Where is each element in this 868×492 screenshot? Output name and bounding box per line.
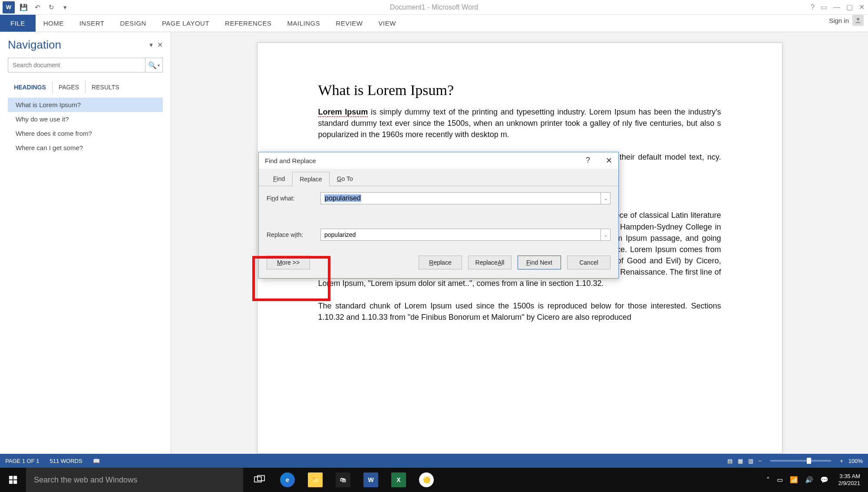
dialog-close-icon[interactable]: ✕ <box>606 156 612 165</box>
ribbon-tab-references[interactable]: REFERENCES <box>217 15 280 32</box>
replace-all-button[interactable]: Replace All <box>468 256 512 269</box>
status-proofing-icon[interactable]: 📖 <box>93 458 100 464</box>
search-icon: 🔍 <box>148 61 157 69</box>
ribbon-tab-insert[interactable]: INSERT <box>72 15 112 32</box>
view-readmode-icon[interactable]: ▤ <box>727 458 733 464</box>
status-words[interactable]: 511 WORDS <box>50 458 83 464</box>
help-icon[interactable]: ? <box>811 3 815 11</box>
ribbon-tab-design[interactable]: DESIGN <box>112 15 154 32</box>
dialog-tab-find[interactable]: Find <box>266 171 292 186</box>
tray-volume-icon[interactable]: 🔊 <box>805 476 813 484</box>
dialog-help-icon[interactable]: ? <box>586 156 590 165</box>
svg-rect-2 <box>13 476 17 479</box>
taskbar-search[interactable]: Search the web and Windows <box>26 468 243 492</box>
zoom-in-button[interactable]: + <box>840 458 843 464</box>
navpane-dropdown-icon[interactable]: ▾ <box>149 41 153 49</box>
replace-with-label: Replace with: <box>267 231 320 238</box>
ribbon-tab-view[interactable]: VIEW <box>370 15 403 32</box>
task-view-icon[interactable] <box>248 468 272 492</box>
view-printlayout-icon[interactable]: ▦ <box>738 458 743 464</box>
ribbon-tab-review[interactable]: REVIEW <box>328 15 370 32</box>
svg-rect-6 <box>257 476 264 481</box>
taskbar-explorer-icon[interactable]: 📁 <box>303 468 327 492</box>
start-button[interactable] <box>0 468 26 492</box>
heading-item[interactable]: Where does it come from? <box>8 126 163 141</box>
ribbon-tab-mailings[interactable]: MAILINGS <box>280 15 328 32</box>
ribbon-tab-page-layout[interactable]: PAGE LAYOUT <box>154 15 217 32</box>
tray-battery-icon[interactable]: ▭ <box>777 476 783 484</box>
tray-expand-icon[interactable]: ˄ <box>766 476 770 484</box>
close-icon[interactable]: ✕ <box>859 3 865 11</box>
svg-rect-4 <box>13 480 17 484</box>
heading-item[interactable]: Where can I get some? <box>8 141 163 155</box>
doc-paragraph: The standard chunk of Lorem Ipsum used s… <box>318 300 721 323</box>
find-what-dropdown-icon[interactable]: ⌄ <box>601 193 610 204</box>
taskbar-chrome-icon[interactable]: 🟡 <box>414 468 439 492</box>
status-page[interactable]: PAGE 1 OF 1 <box>5 458 40 464</box>
svg-rect-5 <box>254 477 261 482</box>
taskbar-excel-icon[interactable]: X <box>386 468 411 492</box>
dialog-tab-replace[interactable]: Replace <box>292 172 329 187</box>
replace-button[interactable]: Replace <box>419 256 462 269</box>
nav-search-input[interactable] <box>8 58 145 72</box>
ribbon-tab-file[interactable]: FILE <box>0 15 36 32</box>
nav-search-box[interactable]: 🔍▾ <box>8 58 163 72</box>
ribbon-tab-home[interactable]: HOME <box>36 15 72 32</box>
view-weblayout-icon[interactable]: ▥ <box>748 458 753 464</box>
doc-paragraph: Lorem Ipsum is simply dummy text of the … <box>318 106 721 140</box>
zoom-thumb[interactable] <box>807 458 811 464</box>
more-button[interactable]: More >> <box>267 256 310 269</box>
svg-rect-1 <box>9 476 13 479</box>
tray-clock[interactable]: 3:35 AM 2/9/2021 <box>835 473 863 487</box>
qat-customize-icon[interactable]: ▾ <box>60 2 70 13</box>
tray-time: 3:35 AM <box>838 473 860 480</box>
signin-area[interactable]: Sign in <box>829 15 864 26</box>
qat-undo-icon[interactable]: ↶ <box>32 2 43 13</box>
taskbar-store-icon[interactable]: 🛍 <box>331 468 355 492</box>
tray-wifi-icon[interactable]: 📶 <box>790 476 798 484</box>
find-what-combo[interactable]: popularised ⌄ <box>320 192 611 204</box>
find-what-input[interactable] <box>321 193 601 204</box>
heading-item[interactable]: Why do we use it? <box>8 112 163 126</box>
tray-notifications-icon[interactable]: 💬 <box>820 476 828 484</box>
status-bar: PAGE 1 OF 1 511 WORDS 📖 ▤ ▦ ▥ − + 100% <box>0 454 868 468</box>
navigation-pane: Navigation ▾ ✕ 🔍▾ HEADINGS PAGES RESULTS… <box>0 32 171 454</box>
svg-rect-3 <box>9 480 13 484</box>
nav-tab-headings[interactable]: HEADINGS <box>8 81 53 93</box>
navpane-close-icon[interactable]: ✕ <box>157 41 163 49</box>
zoom-level[interactable]: 100% <box>848 458 863 464</box>
find-what-label: Find what: <box>267 195 320 202</box>
taskbar-search-placeholder: Search the web and Windows <box>34 476 137 485</box>
heading-item[interactable]: What is Lorem Ipsum? <box>8 98 163 112</box>
titlebar: W 💾 ↶ ↻ ▾ Document1 - Microsoft Word ? ▭… <box>0 0 868 15</box>
replace-with-dropdown-icon[interactable]: ⌄ <box>601 229 610 240</box>
taskbar-edge-icon[interactable]: e <box>275 468 300 492</box>
zoom-slider[interactable] <box>770 460 831 462</box>
word-app-icon: W <box>3 1 15 13</box>
nav-tab-results[interactable]: RESULTS <box>86 81 125 93</box>
zoom-out-button[interactable]: − <box>759 458 762 464</box>
replace-with-input[interactable] <box>321 229 601 240</box>
cancel-button[interactable]: Cancel <box>567 256 611 269</box>
headings-list: What is Lorem Ipsum? Why do we use it? W… <box>8 98 163 155</box>
taskbar-word-icon[interactable]: W <box>359 468 383 492</box>
windows-taskbar: Search the web and Windows e 📁 🛍 W X 🟡 ˄… <box>0 468 868 492</box>
minimize-icon[interactable]: — <box>833 3 840 11</box>
qat-save-icon[interactable]: 💾 <box>18 2 29 13</box>
dialog-tabs: Find Replace Go To <box>259 171 618 186</box>
svg-point-0 <box>857 18 859 20</box>
dialog-titlebar[interactable]: Find and Replace ? ✕ <box>259 152 618 169</box>
ribbon-display-icon[interactable]: ▭ <box>821 3 827 11</box>
system-tray: ˄ ▭ 📶 🔊 💬 3:35 AM 2/9/2021 <box>766 473 868 487</box>
maximize-icon[interactable]: ▢ <box>846 3 853 11</box>
qat-redo-icon[interactable]: ↻ <box>46 2 56 13</box>
find-replace-dialog: Find and Replace ? ✕ Find Replace Go To … <box>258 152 619 279</box>
nav-tabs: HEADINGS PAGES RESULTS <box>8 81 163 93</box>
nav-tab-pages[interactable]: PAGES <box>53 81 86 93</box>
signin-label: Sign in <box>829 17 849 24</box>
dialog-tab-goto[interactable]: Go To <box>330 171 360 186</box>
replace-with-combo[interactable]: ⌄ <box>320 229 611 241</box>
find-next-button[interactable]: Find Next <box>518 256 561 269</box>
navigation-title: Navigation <box>8 38 61 52</box>
nav-search-button[interactable]: 🔍▾ <box>145 58 162 72</box>
